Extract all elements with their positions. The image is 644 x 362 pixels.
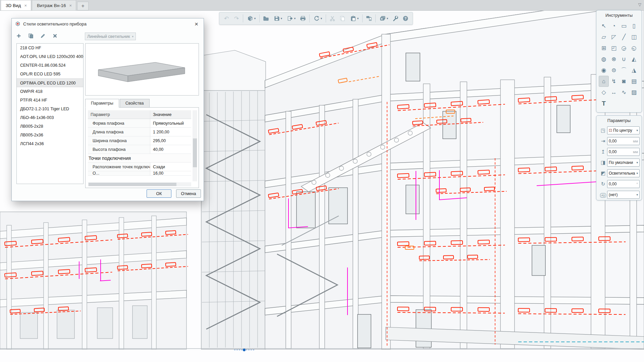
copy-icon: [339, 15, 346, 22]
tool-hatch[interactable]: ▨: [629, 87, 639, 98]
tab-overflow-icon[interactable]: ▽: [638, 2, 641, 7]
tool-solid[interactable]: ◇: [599, 87, 609, 98]
tool-lighting-fixture[interactable]: ⌂: [599, 76, 609, 87]
tool-dimension[interactable]: ↔: [609, 87, 619, 98]
table-row[interactable]: Ширина плафона 295,00: [88, 136, 191, 145]
placement-select[interactable]: ⊡ По центру ▾: [607, 126, 640, 134]
save-button[interactable]: ▾: [271, 13, 284, 23]
tab-3d-view[interactable]: 3D Вид ×: [1, 0, 31, 10]
tool-duct-fitting[interactable]: ⊜: [609, 65, 619, 76]
list-item[interactable]: ДБО72-1.2-101 Tiger LED: [17, 105, 83, 113]
edit-style-button[interactable]: [39, 32, 47, 40]
text-icon: T: [602, 100, 606, 107]
duplicate-style-button[interactable]: [26, 32, 35, 40]
tool-socket[interactable]: ◙: [619, 76, 629, 87]
tool-measure[interactable]: ◔: [609, 20, 619, 32]
chevron-down-icon: ▾: [636, 193, 638, 196]
list-item[interactable]: 218 CD HF: [17, 44, 83, 52]
redo-button[interactable]: ↷: [231, 13, 241, 23]
close-tab-icon[interactable]: ×: [24, 3, 27, 8]
cancel-button[interactable]: Отмена: [176, 189, 201, 198]
list-item[interactable]: AOT.OPL UNI LED 1200x200 4000K: [17, 52, 83, 61]
application-window: 3D Вид × Витраж Вн-16 × + ▽: [0, 0, 644, 362]
table-row-clipped[interactable]: О... 16,00: [88, 171, 191, 176]
system-icon: ◩: [599, 170, 607, 176]
renga-logo-icon: [15, 21, 20, 26]
list-item[interactable]: ЛСП44 2x36: [17, 139, 83, 148]
tool-column[interactable]: ▯: [629, 20, 639, 32]
table-vertical-scrollbar[interactable]: [193, 110, 197, 181]
mark-select[interactable]: (нет) ▾: [607, 191, 640, 199]
fixture-preview[interactable]: [85, 43, 199, 96]
table-row[interactable]: Форма плафона Прямоугольный: [88, 119, 191, 128]
list-item[interactable]: OWP/R 418: [17, 87, 83, 96]
list-item[interactable]: ЛВ005-2x36: [17, 131, 83, 139]
undo-button[interactable]: ↶: [221, 13, 231, 23]
tool-sanitary-equipment[interactable]: ◵: [629, 43, 639, 54]
copy-button[interactable]: [337, 13, 347, 23]
tool-pipe-elbow[interactable]: ∪: [619, 54, 629, 65]
list-item-selected[interactable]: OPTIMA.OPL ECO LED 1200: [17, 78, 83, 87]
tool-floor[interactable]: ▱: [599, 32, 609, 43]
table-horizontal-scrollbar[interactable]: [88, 182, 191, 186]
table-row[interactable]: Расположение точек подключен Сзади: [88, 163, 191, 171]
tool-wiring-accessory[interactable]: ↯: [609, 76, 619, 87]
tool-electric-panel[interactable]: ▤: [629, 76, 639, 87]
tool-route[interactable]: ∿: [619, 87, 629, 98]
tool-beam[interactable]: ╱: [619, 32, 629, 43]
list-item[interactable]: PTF/R 414 HF: [17, 96, 83, 105]
elevation-input[interactable]: 0,00 мм: [607, 148, 640, 156]
tool-plumbing-fixture[interactable]: ◰: [609, 43, 619, 54]
open-button[interactable]: [261, 13, 271, 23]
close-icon[interactable]: ×: [193, 21, 200, 27]
tool-fan[interactable]: ◉: [599, 65, 609, 76]
help-button[interactable]: ?: [400, 13, 411, 23]
solid-icon: ◇: [601, 89, 606, 96]
new-tab-button[interactable]: +: [77, 2, 89, 10]
windows-button[interactable]: ▾: [377, 13, 390, 23]
tool-roof[interactable]: ◸: [609, 32, 619, 43]
tool-wall[interactable]: ▭: [619, 20, 629, 32]
paste-button[interactable]: ▾: [347, 13, 361, 23]
tool-equipment[interactable]: ◍: [599, 54, 609, 65]
tab-vitrazh[interactable]: Витраж Вн-16 ×: [32, 0, 76, 10]
table-row[interactable]: Высота плафона 40,00: [88, 145, 191, 154]
style-select[interactable]: По умолчани ▾: [607, 159, 640, 167]
copy-properties-button[interactable]: [364, 13, 374, 23]
tool-window[interactable]: ⊞: [599, 43, 609, 54]
print-button[interactable]: [298, 13, 308, 23]
main-toolbar: ↶ ↷ ▾ ▾: [219, 12, 413, 25]
offset-input[interactable]: 0,00 мм: [607, 137, 640, 145]
synchronize-button[interactable]: ▾: [311, 13, 324, 23]
settings-button[interactable]: [390, 13, 400, 23]
tool-duct-elbow[interactable]: ⌒: [619, 65, 629, 76]
list-item[interactable]: OPL/R ECO LED 595: [17, 70, 83, 78]
list-item[interactable]: CENTER-01.86.036.524: [17, 61, 83, 70]
chevron-down-icon: ▾: [636, 172, 638, 175]
close-tab-icon[interactable]: ×: [69, 3, 72, 8]
tool-pipe-accessory[interactable]: ◭: [629, 54, 639, 65]
export-button[interactable]: ▾: [284, 13, 298, 23]
rotation-input[interactable]: 0,00 °: [607, 180, 640, 188]
system-select[interactable]: Осветительна ▾: [607, 169, 640, 177]
table-row[interactable]: Длина плафона 1 200,00: [88, 128, 191, 136]
tool-pipe-fitting[interactable]: ⊗: [609, 54, 619, 65]
tool-duct-accessory[interactable]: ◮: [629, 65, 639, 76]
table-section-header: Точки подключения: [88, 154, 191, 163]
delete-style-button[interactable]: [51, 32, 59, 40]
dialog-titlebar[interactable]: Стили осветительного прибора ×: [12, 18, 204, 29]
ok-button[interactable]: ОК: [147, 189, 171, 198]
tab-parameters[interactable]: Параметры: [85, 99, 119, 108]
add-style-button[interactable]: [14, 32, 23, 40]
fixture-type-select[interactable]: Линейный светильник ▾: [85, 33, 136, 40]
3d-view-button[interactable]: ▾: [245, 13, 258, 23]
tool-sanitary-device[interactable]: ◶: [619, 43, 629, 54]
tool-door[interactable]: ◫: [629, 32, 639, 43]
tab-properties[interactable]: Свойства: [120, 99, 150, 108]
list-item[interactable]: ЛБО-46-1x36-003: [17, 113, 83, 122]
tool-select[interactable]: ↖: [599, 20, 609, 32]
tool-text[interactable]: T: [599, 98, 609, 109]
list-item[interactable]: ЛВ005-2x28: [17, 122, 83, 131]
cut-button[interactable]: [327, 13, 337, 23]
chevron-down-icon: ▾: [636, 161, 638, 164]
